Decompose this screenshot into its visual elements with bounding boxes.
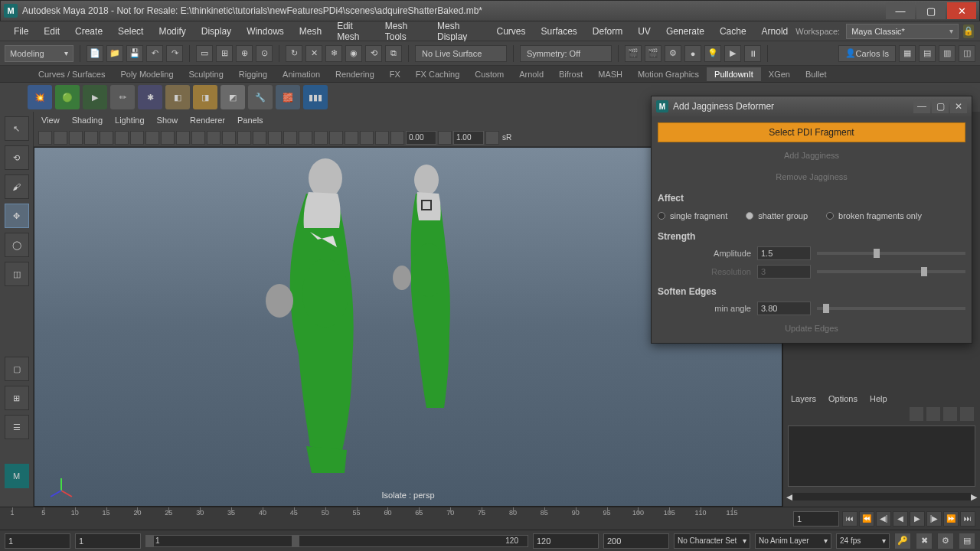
vp-camera-icon[interactable]	[38, 131, 52, 145]
vp-film-gate-icon[interactable]	[130, 131, 144, 145]
center-pivot-icon[interactable]: ◉	[345, 45, 362, 62]
layout-outliner-icon[interactable]: ☰	[5, 415, 29, 439]
script-editor-icon[interactable]: ▤	[959, 533, 975, 549]
play-back-button[interactable]: ◀	[893, 511, 908, 527]
go-start-button[interactable]: ⏮	[842, 511, 858, 527]
vp-smooth-icon[interactable]	[237, 131, 251, 145]
auto-key-icon[interactable]: 🔑	[894, 533, 911, 549]
mode-dropdown[interactable]: Modeling	[5, 45, 74, 62]
shelf-bars-icon[interactable]: ▮▮▮	[303, 85, 328, 109]
light-editor-icon[interactable]: 💡	[704, 45, 721, 62]
menu-edit[interactable]: Edit	[36, 23, 67, 40]
workspace-dropdown[interactable]: Maya Classic*	[846, 24, 958, 39]
vp-textured-icon[interactable]	[253, 131, 266, 145]
vp-menu-panels[interactable]: Panels	[237, 116, 263, 125]
vp-menu-lighting[interactable]: Lighting	[115, 116, 145, 125]
play-forward-button[interactable]: ▶	[910, 511, 925, 527]
range-end-outer[interactable]: 200	[603, 533, 669, 549]
layer-new-selected-icon[interactable]	[960, 407, 974, 421]
user-account[interactable]: 👤 Carlos Is	[838, 45, 896, 62]
vp-gate-mask-icon[interactable]	[161, 131, 175, 145]
vp-bookmark-icon[interactable]	[54, 131, 67, 145]
playblast-icon[interactable]: ▶	[724, 45, 741, 62]
paint-tool-icon[interactable]: 🖌	[5, 174, 29, 199]
set-key-icon[interactable]: ✖	[916, 533, 933, 549]
layers-list[interactable]	[788, 425, 975, 487]
range-handle-start[interactable]	[146, 536, 154, 546]
menu-select[interactable]: Select	[110, 23, 151, 40]
amplitude-slider[interactable]	[817, 252, 965, 255]
shelf-cube2-icon[interactable]: ◨	[193, 85, 217, 109]
vp-grease-icon[interactable]	[100, 131, 113, 145]
vp-field-icon[interactable]	[176, 131, 190, 145]
dialog-maximize-button[interactable]: ▢	[932, 99, 949, 113]
duplicate-icon[interactable]: ⧉	[385, 45, 402, 62]
vp-isolate-icon[interactable]	[345, 131, 358, 145]
menu-curves[interactable]: Curves	[488, 23, 533, 40]
hypershade-icon[interactable]: ●	[684, 45, 701, 62]
shelf-tab-bifrost[interactable]: Bifrost	[551, 67, 590, 81]
minangle-slider[interactable]	[817, 307, 965, 310]
vp-xray-icon[interactable]	[360, 131, 374, 145]
step-forward-key-button[interactable]: ⏩	[943, 511, 959, 527]
menu-windows[interactable]: Windows	[239, 23, 292, 40]
vp-gamma-value[interactable]: 1.00	[453, 131, 484, 145]
character-set-dropdown[interactable]: No Character Set	[674, 533, 750, 549]
snap-curve-icon[interactable]: ⊕	[236, 45, 253, 62]
shelf-tab-fxcaching[interactable]: FX Caching	[408, 67, 467, 81]
layer-move-up-icon[interactable]	[910, 407, 923, 421]
reset-icon[interactable]: ⟲	[365, 45, 382, 62]
range-start-outer[interactable]: 1	[5, 533, 70, 549]
live-surface-dropdown[interactable]: No Live Surface	[415, 45, 507, 62]
panel-layout-2-icon[interactable]: ▤	[919, 45, 936, 62]
vp-res-gate-icon[interactable]	[145, 131, 159, 145]
shelf-tab-animation[interactable]: Animation	[275, 67, 328, 81]
anim-prefs-icon[interactable]: ⚙	[937, 533, 954, 549]
shelf-tab-arnold[interactable]: Arnold	[511, 67, 551, 81]
select-fragment-button[interactable]: Select PDI Fragment	[658, 122, 965, 142]
render-settings-icon[interactable]: ⚙	[665, 45, 681, 62]
shelf-explode-icon[interactable]: ✱	[138, 85, 162, 109]
amplitude-input[interactable]	[757, 246, 811, 260]
shelf-tab-bullet[interactable]: Bullet	[798, 67, 835, 81]
menu-file[interactable]: File	[6, 23, 36, 40]
anim-layer-dropdown[interactable]: No Anim Layer	[755, 533, 831, 549]
vp-xray-joints-icon[interactable]	[375, 131, 389, 145]
select-tool-icon[interactable]: ↖	[5, 116, 29, 141]
symmetry-dropdown[interactable]: Symmetry: Off	[520, 45, 612, 62]
layer-move-down-icon[interactable]	[926, 407, 940, 421]
shelf-tab-motion[interactable]: Motion Graphics	[630, 67, 707, 81]
ipr-icon[interactable]: 🎬	[645, 45, 662, 62]
vp-gamma-icon[interactable]	[438, 131, 452, 145]
go-end-button[interactable]: ⏭	[960, 511, 975, 527]
shelf-tab-rendering[interactable]: Rendering	[328, 67, 382, 81]
redo-icon[interactable]: ↷	[166, 45, 183, 62]
radio-shatter-group[interactable]: shatter group	[746, 211, 808, 220]
shelf-tab-xgen[interactable]: XGen	[761, 67, 798, 81]
shelf-fracture-icon[interactable]: 🟢	[55, 85, 80, 109]
menu-modify[interactable]: Modify	[151, 23, 193, 40]
pause-icon[interactable]: ⏸	[744, 45, 761, 62]
menu-create[interactable]: Create	[67, 23, 110, 40]
shelf-tab-custom[interactable]: Custom	[467, 67, 511, 81]
layers-menu-help[interactable]: Help	[870, 394, 887, 403]
shelf-cube3-icon[interactable]: ◩	[220, 85, 245, 109]
scale-tool-icon[interactable]: ◫	[5, 262, 29, 286]
vp-lights-icon[interactable]	[268, 131, 282, 145]
window-minimize-button[interactable]: —	[886, 2, 915, 19]
layers-menu-options[interactable]: Options	[828, 394, 858, 403]
vp-motion-blur-icon[interactable]	[314, 131, 328, 145]
vp-expose-icon[interactable]	[390, 131, 404, 145]
dialog-titlebar[interactable]: M Add Jagginess Deformer — ▢ ✕	[652, 96, 972, 116]
vp-shadows-icon[interactable]	[283, 131, 297, 145]
panel-layout-3-icon[interactable]: ▥	[939, 45, 956, 62]
vp-safe-action-icon[interactable]	[191, 131, 205, 145]
new-scene-icon[interactable]: 📄	[87, 45, 103, 62]
vp-menu-show[interactable]: Show	[157, 116, 178, 125]
vp-menu-renderer[interactable]: Renderer	[190, 116, 225, 125]
range-start-inner[interactable]: 1	[75, 533, 141, 549]
layers-menu-layers[interactable]: Layers	[791, 394, 816, 403]
layer-new-empty-icon[interactable]	[943, 407, 957, 421]
menu-display[interactable]: Display	[194, 23, 239, 40]
shelf-tab-sculpting[interactable]: Sculpting	[181, 67, 231, 81]
